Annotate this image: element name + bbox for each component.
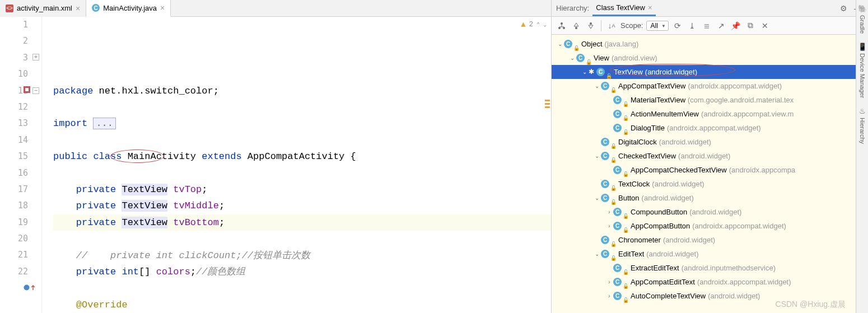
package-name: (androidx.appcompat.widget) <box>667 121 761 135</box>
tree-arrow-icon[interactable]: ⌄ <box>581 65 589 79</box>
class-name: Object <box>581 37 603 51</box>
code-line[interactable]: @Override <box>53 297 551 313</box>
refresh-icon[interactable]: ⟳ <box>672 20 683 31</box>
rail-gradle[interactable]: 🐘Gradle <box>858 4 867 34</box>
class-gutter-icon[interactable] <box>24 86 40 93</box>
package-name: (android.widget) <box>708 289 760 303</box>
tree-arrow-icon[interactable]: › <box>605 205 613 219</box>
class-name: EditText <box>618 247 644 261</box>
autoscroll-icon[interactable]: ⤓ <box>687 20 698 31</box>
tree-arrow-icon[interactable]: › <box>605 289 613 303</box>
package-name: (androidx.appcompat.widget) <box>688 79 782 93</box>
code-line[interactable] <box>53 99 551 115</box>
tree-node[interactable]: ›C🔓CompoundButton(android.widget) <box>552 205 868 219</box>
tree-node[interactable]: C🔓DigitalClock(android.widget) <box>552 135 868 149</box>
class-name: CompoundButton <box>631 205 687 219</box>
tree-node[interactable]: ⌄C🔓CheckedTextView(android.widget) <box>552 149 868 163</box>
override-gutter-icon[interactable] <box>24 284 40 291</box>
close-icon[interactable]: × <box>76 4 80 13</box>
class-icon: C <box>601 250 609 258</box>
line-number: 22 <box>0 264 28 280</box>
open-new-icon[interactable]: ⧉ <box>745 20 756 31</box>
chevron-down-icon[interactable]: ⌄ <box>543 17 547 33</box>
package-name: (android.view) <box>612 51 657 65</box>
export-icon[interactable]: ↗ <box>716 20 727 31</box>
fold-toggle-icon[interactable]: + <box>32 54 39 60</box>
class-name: AppCompatButton <box>631 219 690 233</box>
tree-node[interactable]: ⌄C🔓Button(android.widget) <box>552 191 868 205</box>
tree-arrow-icon[interactable]: ⌄ <box>593 247 601 261</box>
hierarchy-tab[interactable]: Class TextView × <box>592 1 655 16</box>
scope-label: Scope: <box>620 21 643 30</box>
tree-arrow-icon[interactable]: ⌄ <box>568 51 576 65</box>
tree-node[interactable]: ⌄C🔓EditText(android.widget) <box>552 247 868 261</box>
tree-node[interactable]: ›C🔓AppCompatEditText(androidx.appcompat.… <box>552 275 868 289</box>
code-line[interactable]: private TextView tvTop; <box>53 181 551 198</box>
expand-all-icon[interactable] <box>701 20 712 31</box>
class-name: AppCompatTextView <box>618 79 685 93</box>
lock-icon: 🔓 <box>610 251 616 257</box>
code-line[interactable]: private TextView tvMiddle; <box>53 198 551 214</box>
tree-node[interactable]: C🔓ExtractEditText(android.inputmethodser… <box>552 261 868 275</box>
class-icon: C <box>596 68 605 76</box>
tree-arrow-icon[interactable]: ⌄ <box>556 37 564 51</box>
code-line[interactable] <box>53 132 551 148</box>
pin-icon[interactable]: 📌 <box>730 20 741 31</box>
code-line[interactable]: private int[] colors;//颜色数组 <box>53 264 551 280</box>
tree-node[interactable]: ⌄C🔓View(android.view) <box>552 51 868 65</box>
error-stripe[interactable] <box>544 34 550 313</box>
editor-tab[interactable]: <>activity_main.xml× <box>0 0 86 17</box>
subtypes-icon[interactable] <box>585 20 596 31</box>
tree-arrow-icon[interactable]: › <box>605 275 613 289</box>
class-icon: C <box>601 180 609 188</box>
lock-icon: 🔓 <box>623 97 628 103</box>
code-line[interactable] <box>53 280 551 296</box>
code-line[interactable] <box>53 165 551 181</box>
code-area[interactable]: ▲ 2 ⌃ ⌄ package net.hxl.switch_color;imp… <box>42 17 551 313</box>
package-name: (android.widget) <box>659 135 711 149</box>
tree-node[interactable]: C🔓Chronometer(android.widget) <box>552 233 868 247</box>
tree-node[interactable]: ⌄C🔓AppCompatTextView(androidx.appcompat.… <box>552 79 868 93</box>
tree-node[interactable]: C🔓ActionMenuItemView(androidx.appcompat.… <box>552 107 868 121</box>
inspection-widget[interactable]: ▲ 2 ⌃ ⌄ <box>506 17 551 34</box>
class-hierarchy-icon[interactable] <box>556 20 567 31</box>
hierarchy-tree[interactable]: ⌄C🔓Object(java.lang)⌄C🔓View(android.view… <box>552 35 868 313</box>
code-line[interactable]: // private int clickCount;//按钮单击次数 <box>53 247 551 264</box>
line-number: 19 <box>0 214 28 231</box>
rail-hierarchy[interactable]: ♨Hierarchy <box>859 107 866 144</box>
class-icon: C <box>613 166 622 174</box>
code-line[interactable]: public class MainActivity extends AppCom… <box>53 148 551 165</box>
line-number: 21 <box>0 247 28 263</box>
tree-node[interactable]: ›C🔓AppCompatButton(androidx.appcompat.wi… <box>552 219 868 233</box>
tree-node[interactable]: C🔓MaterialTextView(com.google.android.ma… <box>552 93 868 107</box>
tree-node[interactable]: C🔓DialogTitle(androidx.appcompat.widget) <box>552 121 868 135</box>
code-line[interactable] <box>53 231 551 247</box>
supertypes-icon[interactable] <box>571 20 582 31</box>
tree-arrow-icon[interactable]: ⌄ <box>593 79 601 93</box>
close-icon[interactable]: × <box>648 3 652 12</box>
lock-icon: 🔓 <box>606 69 612 75</box>
close-icon[interactable]: ✕ <box>759 20 771 31</box>
line-number: 2 <box>0 33 28 49</box>
tree-node[interactable]: C🔓TextClock(android.widget) <box>552 177 868 191</box>
class-name: Button <box>618 191 640 205</box>
scope-select[interactable]: All <box>646 21 668 31</box>
close-icon[interactable]: × <box>160 3 165 12</box>
tree-node[interactable]: C🔓AppCompatCheckedTextView(androidx.appc… <box>552 163 868 177</box>
tree-node[interactable]: ⌄✱C🔓TextView(android.widget) <box>552 65 868 79</box>
code-line[interactable]: package net.hxl.switch_color; <box>53 83 551 99</box>
rail-device-manager[interactable]: 📱Device Manager <box>858 43 867 98</box>
code-line[interactable]: import ... <box>53 115 551 132</box>
lock-icon: 🔓 <box>623 265 628 271</box>
sort-icon[interactable]: ↓A <box>606 20 617 31</box>
tree-node[interactable]: ›C🔓AutoCompleteTextView(android.widget) <box>552 289 868 303</box>
code-line[interactable]: private TextView tvBottom; <box>53 214 551 231</box>
chevron-up-icon[interactable]: ⌃ <box>536 17 540 33</box>
tree-arrow-icon[interactable]: ⌄ <box>593 149 601 163</box>
tree-arrow-icon[interactable]: ⌄ <box>593 191 601 205</box>
tree-arrow-icon[interactable]: › <box>605 219 613 233</box>
class-name: MaterialTextView <box>631 93 685 107</box>
editor-tab[interactable]: CMainActivity.java× <box>86 0 171 17</box>
tree-node[interactable]: ⌄C🔓Object(java.lang) <box>552 37 868 51</box>
gear-icon[interactable]: ⚙ <box>838 3 849 14</box>
